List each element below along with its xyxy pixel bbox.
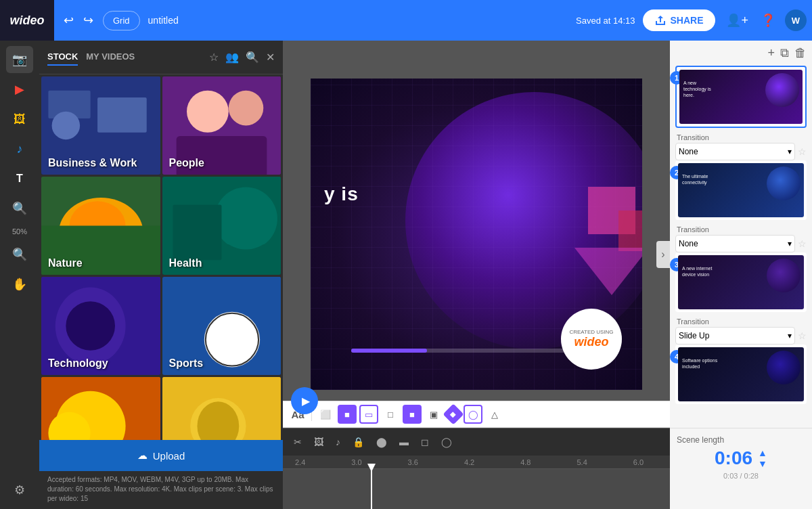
transition-star-2[interactable]: ☆ <box>798 238 807 249</box>
timeline-track[interactable] <box>283 469 670 509</box>
sidebar-item-audio[interactable]: ♪ <box>6 135 33 162</box>
transition-star-3[interactable]: ☆ <box>798 330 807 341</box>
add-person-button[interactable]: 👤+ <box>723 10 751 30</box>
tl-color-button[interactable]: ⬤ <box>372 435 391 449</box>
share-icon <box>655 15 666 26</box>
transition-label-3: Transition <box>677 317 805 326</box>
tab-stock[interactable]: STOCK <box>47 49 78 66</box>
tl-image-button[interactable]: 🖼 <box>310 435 328 449</box>
transition-label-1: Transition <box>677 133 805 141</box>
timeline-playhead[interactable] <box>371 469 372 509</box>
category-halloween[interactable] <box>41 377 160 440</box>
sidebar-item-media[interactable]: 📷 <box>6 46 33 73</box>
grid-button[interactable]: Grid <box>103 11 140 30</box>
slide-item-2[interactable]: 2 The ultimateconnectivity <box>675 160 807 220</box>
people-icon[interactable]: 👥 <box>225 51 239 64</box>
shape-outlined-button[interactable]: ▣ <box>424 405 443 424</box>
category-business-work[interactable]: Business & Work <box>41 76 160 175</box>
tab-my-videos[interactable]: MY VIDEOS <box>86 49 135 66</box>
category-people[interactable]: People <box>162 76 281 175</box>
transition-select-1[interactable]: None ▾ <box>675 143 795 160</box>
shape-rect-button[interactable]: ▭ <box>359 405 378 424</box>
slide1-globe <box>765 73 799 107</box>
category-health[interactable]: Health <box>162 177 281 275</box>
canvas[interactable]: y is CREATED USING wideo <box>311 79 642 390</box>
tl-shape-btn2[interactable]: ◻ <box>417 435 433 449</box>
category-label-nature: Nature <box>48 257 83 269</box>
undo-redo-group: ↩ ↪ <box>61 10 96 30</box>
shape-outlined-rect[interactable]: □ <box>381 405 400 424</box>
media-tabs: STOCK MY VIDEOS ☆ 👥 🔍 ✕ <box>39 41 283 74</box>
category-technology[interactable]: Technology <box>41 277 160 375</box>
timeline-ruler: 2.4 3.0 3.6 4.2 4.8 5.4 6.0 <box>283 456 670 469</box>
tl-scissors-button[interactable]: ✂ <box>290 435 306 449</box>
category-nature[interactable]: Nature <box>41 177 160 275</box>
transition-star-1[interactable]: ☆ <box>798 146 807 157</box>
search-tab-icon[interactable]: 🔍 <box>246 51 259 64</box>
share-label: SHARE <box>670 15 703 26</box>
sidebar-item-search[interactable]: 🔍 <box>6 195 33 222</box>
ruler-marks: 2.4 3.0 3.6 4.2 4.8 5.4 6.0 <box>295 458 644 466</box>
canvas-progress-bar <box>351 349 568 353</box>
slide3-text: A new internetdevice vision <box>682 265 712 278</box>
category-label-health: Health <box>169 257 202 269</box>
transition-select-3[interactable]: Slide Up ▾ <box>675 327 795 345</box>
scene-length-title: Scene length <box>677 435 805 445</box>
shape-triangle <box>574 248 642 295</box>
slide-item-3[interactable]: 3 A new internetdevice vision <box>675 252 807 312</box>
shape-purple-square-button[interactable]: ■ <box>338 405 357 424</box>
upload-button[interactable]: ☁ Upload <box>39 440 283 471</box>
user-avatar[interactable]: W <box>785 9 807 31</box>
settings-button[interactable]: ⚙ <box>6 477 33 504</box>
sidebar-item-video[interactable]: ▶ <box>6 76 33 103</box>
scene-length-increase[interactable]: ▲ <box>758 447 767 458</box>
upload-section: ☁ Upload Accepted formats: MP4, MOV, WEB… <box>39 440 283 509</box>
play-button[interactable]: ▶ <box>291 387 318 414</box>
delete-slide-button[interactable]: 🗑 <box>794 46 807 60</box>
duplicate-slide-button[interactable]: ⧉ <box>780 46 789 60</box>
tl-shape-btn3[interactable]: ◯ <box>437 435 456 449</box>
tl-music-button[interactable]: ♪ <box>332 435 344 449</box>
ruler-mark-7: 6.0 <box>633 458 644 466</box>
transition-select-2[interactable]: None ▾ <box>675 235 795 252</box>
canvas-watermark: CREATED USING wideo <box>561 309 622 370</box>
scene-length-decrease[interactable]: ▼ <box>758 458 767 469</box>
slide-item-1[interactable]: 1 A newtechnology ishere. <box>675 66 807 128</box>
shape-triangle-button[interactable]: △ <box>485 405 504 424</box>
shape-filled-button[interactable]: ■ <box>403 405 422 424</box>
timeline: ✂ 🖼 ♪ 🔒 ⬤ ▬ ◻ ◯ 2.4 3.0 3.6 4.2 4.8 5.4 … <box>283 428 670 509</box>
ruler-mark-4: 4.2 <box>464 458 474 466</box>
shape-square-button[interactable]: ⬜ <box>316 405 335 424</box>
help-header-button[interactable]: ❓ <box>758 10 778 30</box>
category-label-technology: Technology <box>48 357 108 370</box>
close-panel-icon[interactable]: ✕ <box>266 51 275 64</box>
category-sports[interactable]: Sports <box>162 277 281 375</box>
share-button[interactable]: SHARE <box>643 9 715 31</box>
header: wideo ↩ ↪ Grid untitled Saved at 14:13 S… <box>0 0 812 41</box>
add-slide-button[interactable]: + <box>767 46 775 60</box>
sidebar-item-text[interactable]: T <box>6 165 33 192</box>
logo: wideo <box>0 0 54 41</box>
undo-button[interactable]: ↩ <box>61 10 76 30</box>
favorites-icon[interactable]: ☆ <box>209 51 219 64</box>
panel-toggle-button[interactable]: › <box>656 241 670 268</box>
redo-button[interactable]: ↪ <box>81 10 96 30</box>
ruler-mark-5: 4.8 <box>520 458 531 466</box>
slide-thumb-4: Software optionsincluded <box>678 347 804 401</box>
saved-status: Saved at 14:13 <box>576 16 635 26</box>
shape-circle-button[interactable]: ◯ <box>464 405 482 424</box>
slide3-globe <box>767 259 800 292</box>
tab-icons: ☆ 👥 🔍 ✕ <box>209 51 275 64</box>
logo-text: wideo <box>9 14 44 28</box>
zoom-in-button[interactable]: 🔍 <box>6 241 33 268</box>
sidebar-item-images[interactable]: 🖼 <box>6 106 33 133</box>
scene-length-value: 0:06 <box>715 447 752 469</box>
zoom-out-button[interactable]: ✋ <box>6 271 33 298</box>
category-animals[interactable] <box>162 377 281 440</box>
tl-shape-btn1[interactable]: ▬ <box>395 435 413 449</box>
slide-item-4[interactable]: 4 Software optionsincluded <box>675 345 807 404</box>
shape-diamond-button[interactable]: ■ <box>443 403 464 424</box>
tl-lock-button[interactable]: 🔒 <box>348 435 368 449</box>
slide-thumb-2: The ultimateconnectivity <box>678 163 804 217</box>
upload-info-text: Accepted formats: MP4, MOV, WEBM, M4V, 3… <box>39 471 283 509</box>
